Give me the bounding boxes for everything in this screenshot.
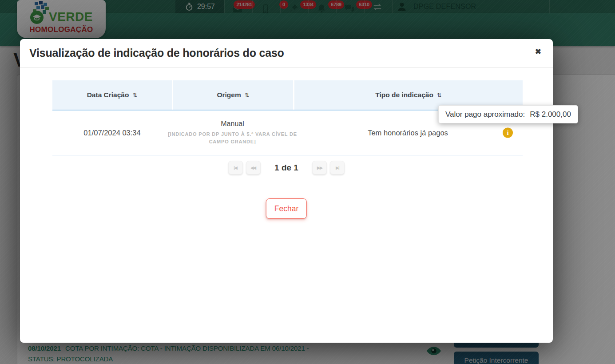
paginator-prev-button[interactable]: ◀◀ — [246, 161, 261, 174]
column-label: Tipo de indicação — [375, 91, 433, 99]
paginator-last-button[interactable]: ▶| — [330, 161, 345, 174]
paginator-first-button[interactable]: |◀ — [228, 161, 243, 174]
cell-origem: Manual [INDICADO POR DP JUNTO À 5.ª VARA… — [172, 111, 293, 155]
modal-header: Visualização de indicação de honorários … — [20, 39, 553, 68]
tooltip-value: R$ 2.000,00 — [530, 110, 571, 119]
fechar-button[interactable]: Fechar — [266, 198, 307, 219]
column-label: Origem — [217, 91, 241, 99]
column-header-data-criacao[interactable]: Data Criação ⇅ — [52, 80, 172, 110]
info-icon[interactable]: i — [503, 128, 513, 138]
valor-pago-tooltip: Valor pago aproximado: R$ 2.000,00 — [438, 105, 578, 123]
tooltip-label: Valor pago aproximado: — [445, 110, 525, 119]
paginator-page-label: 1 de 1 — [274, 163, 298, 173]
honorarios-modal: Visualização de indicação de honorários … — [20, 39, 553, 343]
sort-icon: ⇅ — [132, 92, 137, 99]
origem-detail: [INDICADO POR DP JUNTO À 5.ª VARA CÍVEL … — [164, 131, 302, 146]
sort-icon: ⇅ — [437, 92, 442, 99]
screen: 29:57 214281 0 — [0, 0, 615, 364]
cell-data-criacao: 01/07/2024 03:34 — [52, 111, 172, 155]
column-header-origem[interactable]: Origem ⇅ — [172, 80, 293, 110]
modal-title: Visualização de indicação de honorários … — [29, 47, 284, 59]
close-icon[interactable]: ✖ — [535, 48, 541, 55]
paginator-next-button[interactable]: ▶▶ — [312, 161, 327, 174]
tipo-value: Tem honorários já pagos — [368, 129, 448, 137]
paginator: |◀ ◀◀ 1 de 1 ▶▶ ▶| — [20, 161, 553, 174]
origem-value: Manual — [221, 120, 244, 128]
sort-icon: ⇅ — [245, 92, 250, 99]
column-label: Data Criação — [87, 91, 129, 99]
